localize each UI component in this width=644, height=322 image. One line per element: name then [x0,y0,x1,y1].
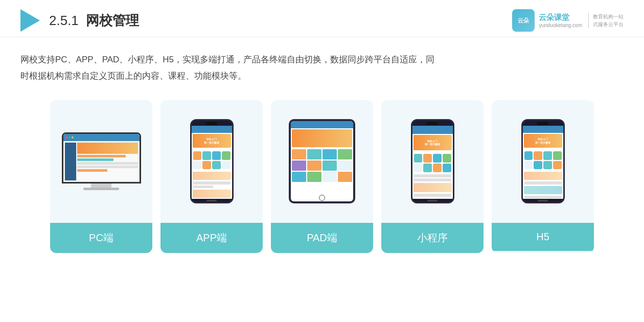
tablet-cell-1 [292,149,306,159]
tablet-cell-11 [323,172,337,182]
tablet-cell-5 [292,160,306,171]
phone-icon-1 [193,151,202,160]
tablet-cell-9 [292,172,306,182]
phone-h5-banner-text: 轻松人门第一堂兴趣课 [535,137,550,144]
phone-h5-mockup: 轻松人门第一堂兴趣课 [521,119,565,203]
phone-h5-icon-2 [534,151,542,160]
title-text: 网校管理 [86,13,139,28]
tablet-cell-12 [338,172,352,182]
brand-tagline: 教育机构一站 式服务云平台 [588,13,624,28]
phone-h5-icon-1 [524,151,533,160]
card-pc: PC端 [50,100,152,253]
card-h5-label: H5 [492,223,594,251]
card-app-label: APP端 [160,223,263,253]
phone-h5-grid [523,150,563,171]
phone-mini-row3 [414,194,451,197]
phone-mini-icon-1 [414,154,423,163]
tablet-grid [291,148,353,183]
phone-h5-row2 [524,196,562,198]
tablet-cell-2 [307,149,321,159]
monitor-stand [91,183,111,188]
phone-mini-home [427,200,438,201]
phone-h5-icon-4 [553,151,562,160]
phone-mini-screen: 轻松人门第一堂兴趣课 [412,126,453,199]
phone-mini-grid [412,152,453,174]
card-pad-image [271,100,373,223]
phone-icon-2 [202,151,211,160]
phone-row1 [193,181,231,184]
tablet-cell-10 [307,172,321,182]
card-pad: PAD端 [271,100,373,253]
phone-h5-row1 [524,181,562,184]
card-h5-image: 轻松人门第一堂兴趣课 [492,100,594,223]
phone-home-bar [206,200,217,201]
tablet-screen [291,121,353,201]
card-h5: 轻松人门第一堂兴趣课 [492,100,594,253]
card-pc-image [50,100,152,223]
monitor-banner [77,143,138,154]
phone-h5-notch [523,121,563,126]
phone-icon-8 [222,161,231,170]
card-pc-label: PC端 [50,223,152,253]
phone-h5-icon-8 [553,161,562,170]
phone-bottom [192,199,232,202]
card-app: 轻松人门第一堂兴趣课 [160,100,263,253]
brand-icon [512,9,535,32]
brand-name: 云朵课堂 [539,12,582,22]
logo-triangle-icon [20,9,40,32]
phone-h5-course2 [524,186,562,194]
phone-mini-icon-6 [423,164,432,172]
phone-h5-icon-5 [524,161,533,170]
monitor-frame [62,132,141,183]
phone-mini-frame: 轻松人门第一堂兴趣课 [411,119,454,203]
cards-section: PC端 轻松人门第一堂兴趣课 [0,90,644,268]
phone-course-row1 [193,172,231,180]
tablet-cell-7 [323,160,337,171]
tagline-line1: 教育机构一站 [593,14,624,19]
phone-course-row2 [193,190,231,198]
description-text: 网校支持PC、APP、PAD、小程序、H5，实现多端打通，产品各终端自由切换，数… [0,37,460,90]
phone-row2 [193,186,214,188]
tablet-cell-4 [338,149,352,159]
tablet-btn [289,136,289,144]
phone-mini-icon-8 [443,164,451,172]
phone-mini-bottom [412,199,453,202]
tablet-cell-6 [307,160,321,171]
pc-monitor-mockup [62,132,141,190]
tagline-line2: 式服务云平台 [593,21,624,27]
phone-icon-5 [193,161,202,170]
phone-h5-screen: 轻松人门第一堂兴趣课 [523,126,563,199]
phone-icon-3 [212,151,221,160]
dot-red [65,136,67,139]
header-left: 2.5.1 网校管理 [20,9,139,32]
card-miniprogram-label: 小程序 [381,223,484,253]
monitor-content [63,141,140,182]
monitor-row5 [77,169,108,172]
phone-mini-banner-text: 轻松人门第一堂兴趣课 [425,140,440,146]
phone-mini-mockup: 轻松人门第一堂兴趣课 [411,119,454,203]
phone-h5-icon-6 [534,161,542,170]
phone-h5-icon-7 [543,161,552,170]
phone-h5-notch-inner [537,122,548,125]
phone-h5-bottom [523,199,563,202]
phone-banner: 轻松人门第一堂兴趣课 [193,134,231,148]
phone-frame: 轻松人门第一堂兴趣课 [190,119,234,203]
card-app-image: 轻松人门第一堂兴趣课 [160,100,263,223]
phone-h5-frame: 轻松人门第一堂兴趣课 [521,119,565,203]
page-title: 2.5.1 网校管理 [49,12,139,30]
brand-text: 云朵课堂 yunduoketang.com [539,12,582,29]
card-pad-label: PAD端 [271,223,373,253]
monitor-base [83,188,119,190]
tablet-screen-header [291,121,353,128]
monitor-row3 [77,162,138,165]
phone-mini-row1 [414,174,451,177]
phone-icon-6 [202,161,211,170]
phone-mini-icon-2 [423,154,432,163]
phone-mini-notch-inner [427,122,438,125]
monitor-header [63,134,140,141]
phone-h5-icon-3 [543,151,552,160]
tablet-home-btn [319,195,325,201]
tablet-frame [289,119,355,203]
phone-screen-header [192,126,232,133]
monitor-row1 [77,155,126,157]
